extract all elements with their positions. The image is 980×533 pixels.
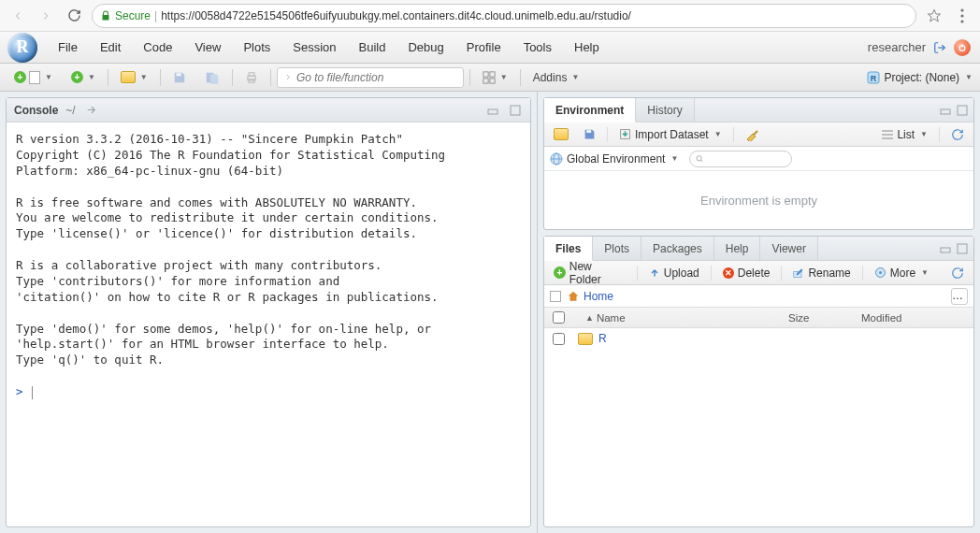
secure-label: Secure (115, 9, 151, 22)
col-modified-header[interactable]: Modified (861, 312, 973, 324)
browser-menu-button[interactable] (952, 6, 973, 26)
refresh-env-button[interactable] (947, 126, 968, 143)
main-toolbar: +▼ +▼ ▼ ▼ Addins▼ R Project: (None) ▼ (0, 64, 980, 92)
grid-view-button[interactable]: ▼ (476, 67, 514, 88)
file-name[interactable]: R (598, 332, 607, 345)
tab-environment[interactable]: Environment (544, 98, 636, 122)
path-up-button[interactable] (550, 291, 561, 302)
menu-debug[interactable]: Debug (398, 35, 453, 60)
col-size-header[interactable]: Size (788, 312, 861, 324)
new-folder-button[interactable]: +New Folder (550, 258, 629, 288)
import-dataset-button[interactable]: Import Dataset▼ (615, 126, 726, 143)
project-label: Project: (None) (884, 71, 959, 84)
svg-rect-19 (941, 109, 950, 114)
nav-back-button[interactable] (7, 6, 28, 26)
svg-rect-18 (511, 106, 520, 115)
power-button[interactable] (954, 39, 971, 56)
breadcrumb-home[interactable]: Home (567, 290, 613, 303)
bookmark-button[interactable] (924, 6, 944, 26)
refresh-files-button[interactable] (947, 265, 968, 281)
console-pane: Console ~/ R version 3.3.2 (2016-10-31) … (6, 97, 531, 527)
svg-rect-21 (586, 130, 591, 133)
tab-history[interactable]: History (636, 98, 694, 122)
console-cursor (32, 386, 33, 399)
menu-build[interactable]: Build (350, 35, 396, 60)
open-file-button[interactable]: ▼ (114, 67, 154, 88)
console-maximize-icon[interactable] (508, 105, 523, 116)
menu-plots[interactable]: Plots (234, 35, 280, 60)
tab-plots[interactable]: Plots (593, 237, 641, 260)
save-button[interactable] (166, 67, 193, 88)
rstudio-app: R File Edit Code View Plots Session Buil… (0, 32, 980, 533)
menu-help[interactable]: Help (565, 35, 609, 60)
addins-button[interactable]: Addins▼ (526, 67, 586, 88)
svg-rect-13 (483, 78, 488, 82)
print-button[interactable] (238, 67, 265, 88)
address-bar[interactable]: Secure | https://0058d4722e5154506tfe6ui… (92, 4, 916, 28)
console-popout-icon[interactable] (83, 104, 99, 116)
nav-forward-button[interactable] (36, 6, 56, 26)
menu-code[interactable]: Code (134, 35, 181, 60)
col-name-header[interactable]: ▲Name (572, 312, 788, 324)
sign-out-icon[interactable] (931, 39, 948, 56)
menu-view[interactable]: View (185, 35, 230, 60)
goto-input[interactable] (296, 71, 457, 84)
select-all-checkbox[interactable] (553, 311, 565, 324)
project-icon: R (867, 71, 880, 84)
svg-rect-17 (488, 109, 497, 114)
svg-point-30 (697, 155, 701, 160)
console-minimize-icon[interactable] (485, 105, 500, 116)
files-minimize-icon[interactable] (940, 243, 951, 254)
clear-workspace-button[interactable] (742, 126, 762, 143)
import-icon (619, 128, 631, 140)
env-maximize-icon[interactable] (957, 105, 968, 116)
file-row[interactable]: R (544, 328, 973, 349)
save-all-button[interactable] (198, 67, 226, 88)
scope-selector[interactable]: Global Environment▼ (550, 152, 678, 166)
refresh-icon (951, 128, 964, 141)
rename-button[interactable]: Rename (789, 265, 854, 281)
load-workspace-button[interactable] (550, 126, 572, 142)
console-prompt: > (16, 384, 23, 398)
browser-bar: Secure | https://0058d4722e5154506tfe6ui… (0, 0, 980, 32)
project-selector[interactable]: R Project: (None) ▼ (867, 71, 973, 84)
gear-icon (874, 266, 886, 279)
new-file-button[interactable]: +▼ (7, 67, 59, 88)
tab-viewer[interactable]: Viewer (760, 237, 817, 260)
menu-profile[interactable]: Profile (457, 35, 511, 60)
view-mode-button[interactable]: List▼ (878, 126, 931, 143)
env-search[interactable] (689, 151, 792, 167)
globe-icon (550, 152, 563, 166)
broom-icon (745, 128, 758, 141)
files-maximize-icon[interactable] (957, 243, 968, 254)
new-project-button[interactable]: +▼ (65, 67, 102, 88)
delete-button[interactable]: ✕Delete (719, 265, 774, 281)
console-path: ~/ (65, 104, 75, 117)
svg-rect-20 (958, 106, 967, 115)
menu-edit[interactable]: Edit (91, 35, 130, 60)
svg-rect-32 (941, 248, 950, 252)
rename-icon (793, 267, 804, 279)
menu-session[interactable]: Session (283, 35, 345, 60)
svg-rect-12 (490, 71, 495, 76)
more-button[interactable]: More▼ (871, 265, 932, 281)
svg-point-3 (960, 20, 963, 22)
console-body[interactable]: R version 3.3.2 (2016-10-31) -- "Sincere… (7, 122, 530, 526)
path-options-button[interactable]: … (951, 288, 968, 305)
svg-point-1 (960, 8, 963, 11)
env-search-input[interactable] (708, 153, 785, 165)
tab-packages[interactable]: Packages (641, 237, 714, 260)
folder-icon (578, 333, 593, 345)
upload-button[interactable]: Upload (645, 265, 703, 281)
save-workspace-button[interactable] (580, 126, 599, 142)
tab-help[interactable]: Help (714, 237, 761, 260)
goto-file-function[interactable] (277, 67, 464, 88)
username-label: researcher (868, 40, 926, 54)
reload-button[interactable] (64, 6, 84, 26)
env-minimize-icon[interactable] (940, 105, 951, 116)
menu-file[interactable]: File (49, 35, 87, 60)
svg-rect-11 (483, 71, 488, 76)
menu-tools[interactable]: Tools (514, 35, 561, 60)
row-checkbox[interactable] (553, 333, 565, 345)
svg-line-31 (701, 160, 703, 162)
